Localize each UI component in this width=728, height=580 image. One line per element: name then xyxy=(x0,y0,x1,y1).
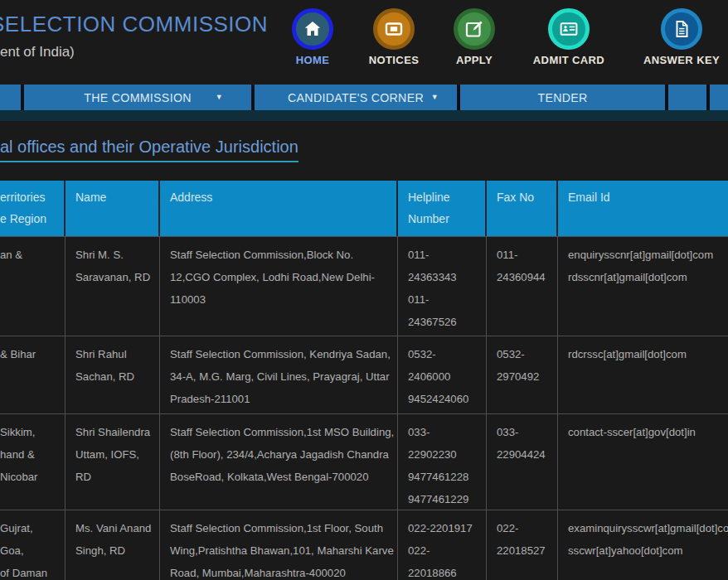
cell-name: Shri M. S. Saravanan, RD xyxy=(66,237,160,336)
col-header-name: Name xyxy=(66,181,160,236)
table-row: Sikkim, hand & Nicobar Shri Shailendra U… xyxy=(0,413,728,510)
nav-item-cut-left[interactable] xyxy=(0,85,21,110)
site-branding: SELECTION COMMISSION ent of India) xyxy=(0,12,268,60)
cell-helpline: 033-22902230 9477461228 9477461229 xyxy=(398,414,487,510)
col-header-fax: Fax No xyxy=(487,181,558,236)
chevron-down-icon: ▼ xyxy=(431,93,439,101)
quick-link-label: ANSWER KEY xyxy=(643,54,720,66)
nav-item-label: TENDER xyxy=(537,91,587,104)
quick-link-apply[interactable]: APPLY xyxy=(434,8,514,66)
table-row: an & Shri M. S. Saravanan, RD Staff Sele… xyxy=(0,236,728,336)
quick-link-label: APPLY xyxy=(456,54,493,66)
cell-email: enquirysscnr[at]gmail[dot]com rdsscnr[at… xyxy=(558,237,728,336)
col-header-address: Address xyxy=(160,181,398,236)
nav-item-candidates-corner[interactable]: CANDIDATE'S CORNER ▼ xyxy=(255,85,457,110)
cell-email: contact-sscer[at]gov[dot]in xyxy=(558,414,728,510)
cell-address: Staff Selection Commission,1st Floor, So… xyxy=(160,510,398,580)
cell-region: & Bihar xyxy=(0,336,66,413)
cell-email: rdcrssc[at]gmail[dot]com xyxy=(558,336,728,413)
table-header-row: erritories e Region Name Address Helplin… xyxy=(0,181,728,236)
cell-name: Ms. Vani Anand Singh, RD xyxy=(66,510,160,580)
quick-link-answer-key[interactable]: ANSWER KEY xyxy=(633,8,728,66)
site-subtitle: ent of India) xyxy=(0,44,268,60)
cell-region: an & xyxy=(0,237,66,336)
cell-region: Gujrat, Goa, of Daman nd Nagar xyxy=(0,510,66,580)
cell-helpline: 022-2201917 022-22018866 xyxy=(398,510,487,580)
cell-address: Staff Selection Commission,1st MSO Build… xyxy=(160,414,398,510)
nav-item-the-commission[interactable]: THE COMMISSION ▼ xyxy=(24,85,251,110)
cell-fax: 0532-2970492 xyxy=(487,336,558,413)
home-icon xyxy=(292,8,333,50)
quick-link-label: HOME xyxy=(296,54,330,66)
quick-link-home[interactable]: HOME xyxy=(273,8,352,66)
col-header-region: erritories e Region xyxy=(0,181,66,236)
cell-address: Staff Selection Commission,Block No. 12,… xyxy=(160,237,398,336)
cell-fax: 033-22904424 xyxy=(487,414,558,510)
cell-email: examinquirysscwr[at]gmail[dot]com sscwr[… xyxy=(558,510,728,580)
col-header-helpline: Helpline Number xyxy=(398,181,487,236)
cell-name: Shri Shailendra Uttam, IOFS, RD xyxy=(66,414,160,510)
cell-name: Shri Rahul Sachan, RD xyxy=(66,336,160,413)
quick-link-admit-card[interactable]: ADMIT CARD xyxy=(521,8,617,66)
admit-card-icon xyxy=(548,8,590,50)
apply-icon xyxy=(454,8,495,50)
answer-key-icon xyxy=(661,8,702,50)
table-row: & Bihar Shri Rahul Sachan, RD Staff Sele… xyxy=(0,336,728,413)
cell-address: Staff Selection Commission, Kendriya Sad… xyxy=(160,336,398,413)
cell-fax: 022-22018527 xyxy=(487,510,558,580)
table-row: Gujrat, Goa, of Daman nd Nagar Ms. Vani … xyxy=(0,510,728,580)
chevron-down-icon: ▼ xyxy=(216,93,223,101)
nav-item-label: THE COMMISSION xyxy=(84,91,192,104)
main-nav: THE COMMISSION ▼ CANDIDATE'S CORNER ▼ TE… xyxy=(0,85,728,110)
notices-icon xyxy=(373,8,415,50)
nav-item-cut-right[interactable] xyxy=(710,85,728,110)
quick-link-notices[interactable]: NOTICES xyxy=(354,8,434,66)
nav-item-tender[interactable]: TENDER xyxy=(460,85,665,110)
quick-link-label: NOTICES xyxy=(369,54,420,66)
nav-item-cut[interactable] xyxy=(668,85,706,110)
col-header-email: Email Id xyxy=(558,181,728,236)
quick-link-label: ADMIT CARD xyxy=(533,54,604,66)
page-title[interactable]: al offices and their Operative Jurisdict… xyxy=(0,138,298,162)
nav-bottom-strip xyxy=(0,110,728,121)
regional-offices-table: erritories e Region Name Address Helplin… xyxy=(0,181,728,580)
cell-helpline: 011-24363343 011-24367526 xyxy=(398,237,487,336)
nav-item-label: CANDIDATE'S CORNER xyxy=(288,91,424,104)
cell-fax: 011-24360944 xyxy=(487,237,558,336)
site-title: SELECTION COMMISSION xyxy=(0,12,268,37)
cell-helpline: 0532-2406000 9452424060 xyxy=(398,336,487,413)
cell-region: Sikkim, hand & Nicobar xyxy=(0,414,66,510)
